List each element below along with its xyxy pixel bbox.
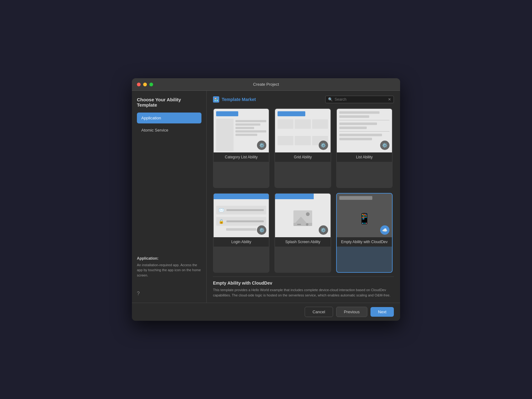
minimize-button[interactable] [143, 83, 147, 86]
template-card-splash[interactable]: ⚙️ Splash Screen Ability [274, 193, 331, 273]
sidebar-heading: Choose Your Ability Template [137, 97, 201, 108]
card-thumbnail: ✉️ 🔒 ⚙️ [214, 194, 269, 237]
dialog-body: Choose Your Ability Template Application… [132, 91, 400, 303]
card-thumbnail: ⚙️ [214, 109, 269, 152]
search-box[interactable]: 🔍 ✕ [325, 96, 394, 103]
template-market-label: 🏪 Template Market [213, 96, 256, 103]
template-card-list[interactable]: ⚙️ List Ability [336, 108, 393, 188]
template-label: Empty Ability with CloudDev [337, 237, 392, 247]
template-card-grid[interactable]: ⚙️ Grid Ability [274, 108, 331, 188]
create-project-dialog: Create Project Choose Your Ability Templ… [132, 78, 400, 321]
phone-icon: 📱 [357, 212, 371, 225]
card-thumbnail: ⚙️ [337, 109, 392, 152]
sidebar-item-application[interactable]: Application [137, 113, 201, 123]
card-icon-overlay: ☁️ [380, 225, 389, 235]
template-card-empty-clouddev[interactable]: 📱 ☁️ Empty Ability with CloudDev [336, 193, 393, 273]
search-clear-icon[interactable]: ✕ [388, 97, 391, 102]
card-icon-overlay: ⚙️ [380, 141, 389, 150]
card-thumbnail: 📱 ☁️ [337, 194, 392, 237]
template-label: List Ability [337, 152, 392, 162]
dialog-footer: Cancel Previous Next [132, 303, 400, 321]
main-content: 🏪 Template Market 🔍 ✕ [207, 91, 400, 303]
description-box: Application: An installation-required ap… [137, 250, 202, 278]
traffic-lights [137, 83, 153, 86]
sidebar: Choose Your Ability Template Application… [132, 91, 207, 303]
template-grid: ⚙️ Category List Ability [213, 108, 394, 273]
previous-button[interactable]: Previous [336, 307, 368, 317]
template-label: Grid Ability [275, 152, 330, 162]
template-market-text: Template Market [222, 97, 256, 102]
cancel-button[interactable]: Cancel [305, 307, 333, 317]
sidebar-item-atomic-service[interactable]: Atomic Service [137, 125, 201, 136]
title-bar: Create Project [132, 78, 400, 91]
maximize-button[interactable] [149, 83, 153, 86]
template-card-login[interactable]: ✉️ 🔒 ⚙️ Login A [213, 193, 269, 273]
market-icon: 🏪 [213, 96, 219, 103]
card-thumbnail: ⚙️ [275, 194, 330, 237]
card-icon-overlay: ⚙️ [319, 225, 328, 235]
card-icon-overlay: ⚙️ [319, 141, 328, 150]
template-label: Category List Ability [214, 152, 269, 162]
template-label: Login Ability [214, 237, 269, 247]
help-icon[interactable]: ? [137, 291, 140, 296]
description-title: Application: [137, 256, 202, 261]
template-label: Splash Screen Ability [275, 237, 330, 247]
search-icon: 🔍 [328, 97, 333, 102]
bottom-desc-text: This template provides a Hello World exa… [213, 287, 394, 298]
bottom-desc-title: Empty Ability with CloudDev [213, 281, 394, 286]
search-input[interactable] [335, 97, 388, 102]
next-button[interactable]: Next [370, 307, 394, 317]
description-text: An installation-required app. Access the… [137, 262, 202, 278]
template-card-category-list[interactable]: ⚙️ Category List Ability [213, 108, 269, 188]
dialog-title: Create Project [253, 82, 279, 87]
close-button[interactable] [137, 83, 141, 86]
card-thumbnail: ⚙️ [275, 109, 330, 152]
main-header: 🏪 Template Market 🔍 ✕ [213, 96, 394, 103]
bottom-description: Empty Ability with CloudDev This templat… [213, 276, 394, 298]
